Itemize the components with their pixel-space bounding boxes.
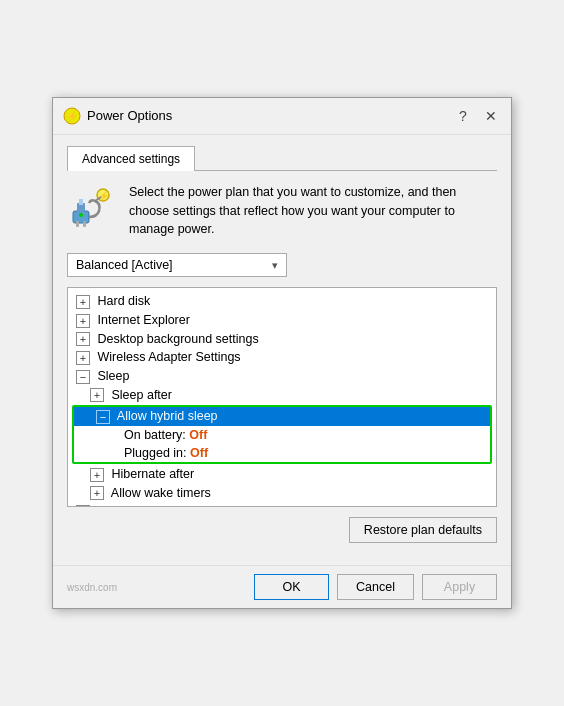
svg-rect-5 [76, 221, 79, 227]
collapse-icon[interactable]: − [96, 410, 110, 424]
dropdown-value: Balanced [Active] [76, 258, 173, 272]
tree-item-label: Wireless Adapter Settings [97, 350, 240, 364]
tree-item-label: On battery: [124, 428, 189, 442]
tree-item-ie[interactable]: + Internet Explorer [68, 311, 496, 330]
svg-text:⚡: ⚡ [98, 190, 110, 202]
tree-view[interactable]: + Hard disk + Internet Explorer + Deskto… [67, 287, 497, 507]
cancel-button[interactable]: Cancel [337, 574, 414, 600]
tree-item-hibernate[interactable]: + Hibernate after [68, 465, 496, 484]
tree-item-wireless[interactable]: + Wireless Adapter Settings [68, 348, 496, 367]
dropdown-arrow-icon: ▾ [272, 259, 278, 272]
expand-icon[interactable]: + [90, 388, 104, 402]
expand-icon[interactable]: + [76, 505, 90, 507]
tree-item-label: Desktop background settings [97, 332, 258, 346]
tree-item-plugged-in[interactable]: Plugged in: Off [74, 444, 490, 462]
collapse-icon[interactable]: − [76, 370, 90, 384]
svg-rect-6 [83, 221, 86, 227]
tab-bar: Advanced settings [67, 145, 497, 171]
description-area: ⚡ Select the power plan that you want to… [67, 183, 497, 239]
expand-icon[interactable]: + [90, 486, 104, 500]
expand-icon[interactable]: + [76, 314, 90, 328]
battery-value: Off [189, 428, 207, 442]
close-button[interactable]: ✕ [481, 106, 501, 126]
restore-plan-button[interactable]: Restore plan defaults [349, 517, 497, 543]
tree-item-desktop-bg[interactable]: + Desktop background settings [68, 330, 496, 349]
svg-text:⚡: ⚡ [65, 109, 79, 123]
title-bar-left: ⚡ Power Options [63, 107, 172, 125]
power-options-window: ⚡ Power Options ? ✕ Advanced settings [52, 97, 512, 609]
tree-item-label: Hard disk [97, 294, 150, 308]
help-button[interactable]: ? [453, 106, 473, 126]
tree-item-sleep[interactable]: − Sleep [68, 367, 496, 386]
window-content: Advanced settings ⚡ Select the power pla… [53, 135, 511, 565]
power-icon-small: ⚡ [63, 107, 81, 125]
title-bar: ⚡ Power Options ? ✕ [53, 98, 511, 135]
tree-item-hybrid-sleep[interactable]: − Allow hybrid sleep [74, 407, 490, 426]
highlight-box: − Allow hybrid sleep On battery: Off Plu… [72, 405, 492, 464]
description-text: Select the power plan that you want to c… [129, 183, 497, 239]
watermark: wsxdn.com [67, 582, 117, 593]
tree-item-label: Sleep after [111, 388, 171, 402]
tree-item-sleep-after[interactable]: + Sleep after [68, 386, 496, 405]
tree-item-label: Internet Explorer [97, 313, 189, 327]
expand-icon[interactable]: + [90, 468, 104, 482]
expand-icon[interactable]: + [76, 351, 90, 365]
restore-area: Restore plan defaults [67, 517, 497, 543]
svg-rect-4 [79, 199, 83, 205]
tree-item-label: Sleep [97, 369, 129, 383]
tree-item-label: Allow hybrid sleep [117, 409, 218, 423]
ok-button[interactable]: OK [254, 574, 329, 600]
dialog-buttons-right: OK Cancel Apply [254, 574, 497, 600]
tree-item-label: Allow wake timers [111, 486, 211, 500]
dialog-buttons: wsxdn.com OK Cancel Apply [53, 565, 511, 608]
tree-item-hard-disk[interactable]: + Hard disk [68, 292, 496, 311]
power-plug-icon: ⚡ [67, 183, 115, 231]
svg-point-10 [79, 213, 83, 217]
plugged-value: Off [190, 446, 208, 460]
tree-item-label: Hibernate after [111, 467, 194, 481]
window-title: Power Options [87, 108, 172, 123]
dropdown-container: Balanced [Active] ▾ [67, 253, 497, 277]
apply-button[interactable]: Apply [422, 574, 497, 600]
tree-item-usb[interactable]: + USB... [68, 502, 496, 507]
title-bar-buttons: ? ✕ [453, 106, 501, 126]
tree-item-wake-timers[interactable]: + Allow wake timers [68, 484, 496, 503]
tree-item-label: USB... [97, 504, 133, 507]
expand-icon[interactable]: + [76, 332, 90, 346]
tree-item-label: Plugged in: [124, 446, 190, 460]
tree-item-on-battery[interactable]: On battery: Off [74, 426, 490, 444]
plan-dropdown[interactable]: Balanced [Active] ▾ [67, 253, 287, 277]
tab-advanced-settings[interactable]: Advanced settings [67, 146, 195, 171]
expand-icon[interactable]: + [76, 295, 90, 309]
